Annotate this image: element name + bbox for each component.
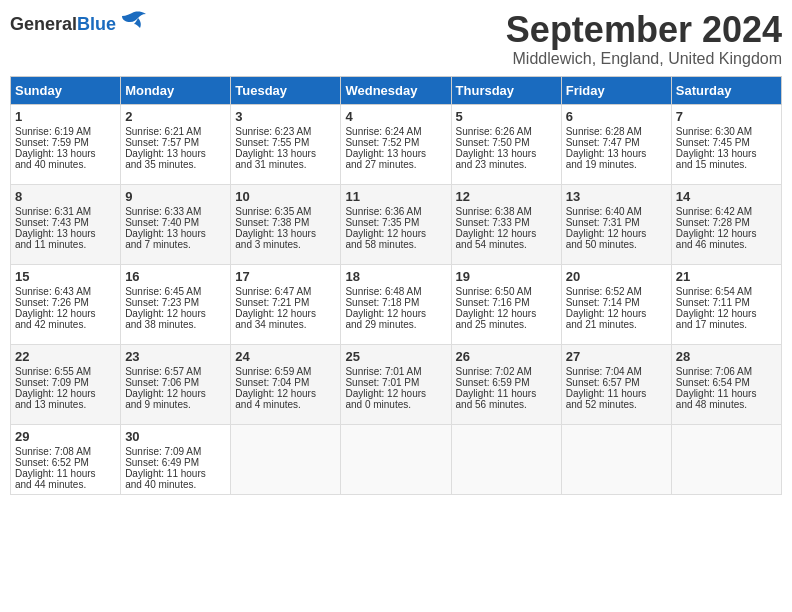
day-header-friday: Friday: [561, 76, 671, 104]
cell-info-line: Sunset: 7:59 PM: [15, 137, 116, 148]
day-number: 26: [456, 349, 557, 364]
cell-info-line: Sunset: 7:14 PM: [566, 297, 667, 308]
cell-info-line: and 29 minutes.: [345, 319, 446, 330]
cell-info-line: Sunrise: 6:28 AM: [566, 126, 667, 137]
cell-info-line: Sunset: 6:59 PM: [456, 377, 557, 388]
cell-info-line: and 23 minutes.: [456, 159, 557, 170]
day-number: 20: [566, 269, 667, 284]
day-number: 4: [345, 109, 446, 124]
calendar-header-row: SundayMondayTuesdayWednesdayThursdayFrid…: [11, 76, 782, 104]
day-number: 2: [125, 109, 226, 124]
cell-info-line: Daylight: 12 hours: [235, 388, 336, 399]
calendar-cell: 4Sunrise: 6:24 AMSunset: 7:52 PMDaylight…: [341, 104, 451, 184]
logo-bird-icon: [120, 10, 148, 32]
cell-info-line: Daylight: 12 hours: [456, 308, 557, 319]
cell-info-line: Sunrise: 6:57 AM: [125, 366, 226, 377]
cell-info-line: Sunset: 7:16 PM: [456, 297, 557, 308]
cell-info-line: Sunrise: 6:55 AM: [15, 366, 116, 377]
logo-text: GeneralBlue: [10, 14, 116, 35]
cell-info-line: and 27 minutes.: [345, 159, 446, 170]
cell-info-line: and 58 minutes.: [345, 239, 446, 250]
day-number: 17: [235, 269, 336, 284]
day-number: 21: [676, 269, 777, 284]
cell-info-line: Sunset: 7:04 PM: [235, 377, 336, 388]
cell-info-line: Daylight: 13 hours: [125, 148, 226, 159]
cell-info-line: and 15 minutes.: [676, 159, 777, 170]
cell-info-line: and 40 minutes.: [125, 479, 226, 490]
cell-info-line: Sunrise: 6:42 AM: [676, 206, 777, 217]
header: GeneralBlue September 2024 Middlewich, E…: [10, 10, 782, 68]
cell-info-line: Sunrise: 6:33 AM: [125, 206, 226, 217]
cell-info-line: Daylight: 13 hours: [676, 148, 777, 159]
cell-info-line: Daylight: 12 hours: [676, 308, 777, 319]
calendar-cell: 19Sunrise: 6:50 AMSunset: 7:16 PMDayligh…: [451, 264, 561, 344]
cell-info-line: Daylight: 13 hours: [566, 148, 667, 159]
cell-info-line: Sunset: 6:57 PM: [566, 377, 667, 388]
day-number: 5: [456, 109, 557, 124]
cell-info-line: Sunset: 7:33 PM: [456, 217, 557, 228]
cell-info-line: Sunset: 6:49 PM: [125, 457, 226, 468]
logo: GeneralBlue: [10, 10, 148, 35]
cell-info-line: and 7 minutes.: [125, 239, 226, 250]
calendar-cell: [231, 424, 341, 494]
day-number: 29: [15, 429, 116, 444]
day-header-tuesday: Tuesday: [231, 76, 341, 104]
cell-info-line: Sunrise: 6:38 AM: [456, 206, 557, 217]
cell-info-line: Daylight: 12 hours: [676, 228, 777, 239]
day-header-sunday: Sunday: [11, 76, 121, 104]
calendar-cell: [341, 424, 451, 494]
cell-info-line: and 56 minutes.: [456, 399, 557, 410]
cell-info-line: Daylight: 11 hours: [125, 468, 226, 479]
day-header-monday: Monday: [121, 76, 231, 104]
calendar-cell: [671, 424, 781, 494]
cell-info-line: and 48 minutes.: [676, 399, 777, 410]
calendar-cell: 10Sunrise: 6:35 AMSunset: 7:38 PMDayligh…: [231, 184, 341, 264]
cell-info-line: Daylight: 11 hours: [456, 388, 557, 399]
logo-general: General: [10, 14, 77, 34]
week-row-4: 22Sunrise: 6:55 AMSunset: 7:09 PMDayligh…: [11, 344, 782, 424]
calendar-cell: 26Sunrise: 7:02 AMSunset: 6:59 PMDayligh…: [451, 344, 561, 424]
week-row-1: 1Sunrise: 6:19 AMSunset: 7:59 PMDaylight…: [11, 104, 782, 184]
cell-info-line: Daylight: 12 hours: [125, 308, 226, 319]
calendar-cell: 1Sunrise: 6:19 AMSunset: 7:59 PMDaylight…: [11, 104, 121, 184]
cell-info-line: Sunset: 7:06 PM: [125, 377, 226, 388]
day-number: 16: [125, 269, 226, 284]
cell-info-line: Daylight: 12 hours: [345, 388, 446, 399]
cell-info-line: Sunrise: 6:21 AM: [125, 126, 226, 137]
cell-info-line: Sunrise: 6:30 AM: [676, 126, 777, 137]
calendar-cell: 25Sunrise: 7:01 AMSunset: 7:01 PMDayligh…: [341, 344, 451, 424]
calendar-cell: 22Sunrise: 6:55 AMSunset: 7:09 PMDayligh…: [11, 344, 121, 424]
cell-info-line: Sunrise: 6:54 AM: [676, 286, 777, 297]
calendar-cell: 2Sunrise: 6:21 AMSunset: 7:57 PMDaylight…: [121, 104, 231, 184]
day-number: 25: [345, 349, 446, 364]
cell-info-line: and 0 minutes.: [345, 399, 446, 410]
day-number: 22: [15, 349, 116, 364]
cell-info-line: Sunset: 7:18 PM: [345, 297, 446, 308]
calendar-cell: 16Sunrise: 6:45 AMSunset: 7:23 PMDayligh…: [121, 264, 231, 344]
day-number: 24: [235, 349, 336, 364]
cell-info-line: Sunrise: 7:08 AM: [15, 446, 116, 457]
day-number: 12: [456, 189, 557, 204]
cell-info-line: Sunset: 7:52 PM: [345, 137, 446, 148]
cell-info-line: Sunrise: 7:06 AM: [676, 366, 777, 377]
cell-info-line: Sunset: 7:01 PM: [345, 377, 446, 388]
calendar-cell: 23Sunrise: 6:57 AMSunset: 7:06 PMDayligh…: [121, 344, 231, 424]
cell-info-line: Sunrise: 7:04 AM: [566, 366, 667, 377]
calendar-cell: 30Sunrise: 7:09 AMSunset: 6:49 PMDayligh…: [121, 424, 231, 494]
cell-info-line: Sunrise: 6:47 AM: [235, 286, 336, 297]
calendar-cell: 7Sunrise: 6:30 AMSunset: 7:45 PMDaylight…: [671, 104, 781, 184]
cell-info-line: Sunset: 7:45 PM: [676, 137, 777, 148]
cell-info-line: Sunset: 7:55 PM: [235, 137, 336, 148]
calendar-body: 1Sunrise: 6:19 AMSunset: 7:59 PMDaylight…: [11, 104, 782, 494]
cell-info-line: Daylight: 12 hours: [345, 308, 446, 319]
cell-info-line: Sunset: 7:35 PM: [345, 217, 446, 228]
cell-info-line: and 11 minutes.: [15, 239, 116, 250]
day-number: 13: [566, 189, 667, 204]
cell-info-line: Sunrise: 6:31 AM: [15, 206, 116, 217]
cell-info-line: Sunset: 7:43 PM: [15, 217, 116, 228]
cell-info-line: and 42 minutes.: [15, 319, 116, 330]
cell-info-line: Daylight: 11 hours: [566, 388, 667, 399]
day-number: 1: [15, 109, 116, 124]
cell-info-line: Sunrise: 6:50 AM: [456, 286, 557, 297]
calendar-cell: 8Sunrise: 6:31 AMSunset: 7:43 PMDaylight…: [11, 184, 121, 264]
